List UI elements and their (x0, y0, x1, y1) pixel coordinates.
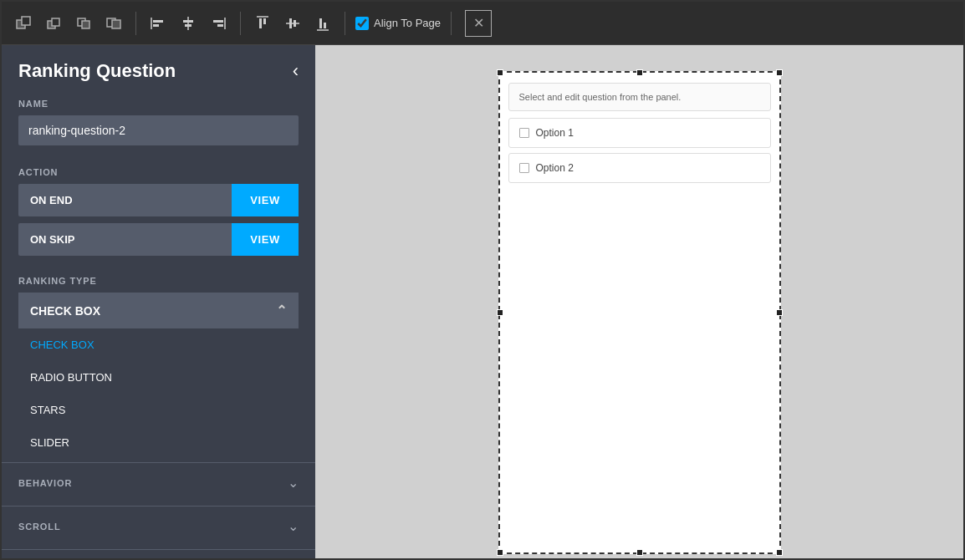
svg-rect-16 (217, 24, 223, 27)
action-on-end-label: ON END (18, 184, 232, 216)
align-center-h-icon[interactable] (176, 12, 200, 35)
handle-bottom-middle[interactable] (636, 549, 643, 556)
align-to-page-label: Align To Page (374, 17, 441, 29)
scroll-header[interactable]: SCROLL ⌄ (2, 507, 315, 546)
option-radio-button[interactable]: RADIO BUTTON (18, 361, 299, 394)
name-label: NAME (18, 99, 299, 109)
separator-2 (240, 12, 241, 35)
action-on-end-view-button[interactable]: VIEW (232, 184, 299, 216)
separator-3 (345, 12, 345, 35)
behavior-chevron-icon: ⌄ (288, 475, 299, 491)
sidebar-title: Ranking Question (18, 60, 176, 82)
layer-bring-front-icon[interactable] (12, 12, 35, 35)
style-section: STYLE ⌄ (2, 549, 315, 558)
align-left-icon[interactable] (146, 12, 170, 35)
svg-rect-7 (112, 20, 120, 28)
scroll-section: SCROLL ⌄ (2, 506, 315, 546)
svg-rect-12 (183, 20, 193, 23)
behavior-section: BEHAVIOR ⌄ (2, 462, 315, 502)
svg-rect-13 (185, 24, 191, 27)
layer-forward-icon[interactable] (42, 12, 65, 35)
close-icon: ✕ (473, 15, 484, 31)
name-section: NAME (2, 92, 315, 152)
svg-rect-1 (22, 17, 30, 25)
behavior-header[interactable]: BEHAVIOR ⌄ (2, 463, 315, 502)
svg-rect-15 (213, 20, 223, 23)
handle-top-middle[interactable] (636, 69, 643, 76)
option-1-checkbox[interactable] (519, 128, 529, 138)
svg-rect-19 (263, 18, 266, 24)
svg-rect-10 (153, 24, 159, 27)
option-stars[interactable]: STARS (18, 394, 299, 426)
option-1-row[interactable]: Option 1 (508, 118, 771, 148)
action-section: ACTION ON END VIEW ON SKIP VIEW (2, 160, 315, 269)
canvas-area: Select and edit question from the panel.… (315, 45, 963, 558)
action-label: ACTION (18, 167, 299, 177)
svg-rect-9 (153, 20, 163, 23)
handle-top-right[interactable] (776, 69, 783, 76)
ranking-type-options: CHECK BOX RADIO BUTTON STARS SLIDER (18, 328, 299, 459)
separator-1 (135, 12, 136, 35)
align-right-icon[interactable] (207, 12, 230, 35)
option-2-checkbox[interactable] (519, 163, 529, 173)
sidebar-header: Ranking Question ‹ (2, 45, 315, 92)
align-to-page-checkbox[interactable] (355, 17, 369, 30)
option-check-box[interactable]: CHECK BOX (18, 328, 299, 361)
svg-rect-18 (259, 18, 262, 28)
back-button[interactable]: ‹ (293, 60, 299, 82)
scroll-label: SCROLL (18, 522, 61, 532)
action-on-skip-row: ON SKIP VIEW (18, 223, 299, 256)
name-input[interactable] (18, 115, 299, 145)
align-middle-v-icon[interactable] (281, 12, 304, 35)
main-area: Ranking Question ‹ NAME ACTION ON END VI… (2, 45, 963, 558)
handle-bottom-right[interactable] (776, 549, 783, 556)
scroll-chevron-icon: ⌄ (288, 518, 299, 534)
handle-bottom-left[interactable] (497, 549, 503, 556)
option-2-label: Option 2 (536, 162, 574, 174)
handle-top-left[interactable] (497, 69, 503, 76)
sidebar: Ranking Question ‹ NAME ACTION ON END VI… (2, 45, 315, 558)
question-placeholder: Select and edit question from the panel. (508, 83, 771, 111)
action-on-end-row: ON END VIEW (18, 184, 299, 216)
ranking-type-dropdown[interactable]: CHECK BOX ⌃ (18, 293, 299, 328)
style-header[interactable]: STYLE ⌄ (2, 550, 315, 558)
option-1-label: Option 1 (536, 127, 574, 139)
svg-rect-24 (319, 18, 322, 28)
svg-rect-22 (294, 20, 296, 27)
svg-rect-3 (52, 18, 59, 26)
layer-send-back-icon[interactable] (102, 12, 125, 35)
option-slider[interactable]: SLIDER (18, 426, 299, 459)
action-on-skip-view-button[interactable]: VIEW (232, 223, 299, 256)
align-bottom-icon[interactable] (311, 12, 334, 35)
close-view-button[interactable]: ✕ (465, 10, 492, 37)
dropdown-arrow-icon: ⌃ (276, 303, 287, 318)
behavior-label: BEHAVIOR (18, 478, 72, 488)
separator-4 (451, 12, 452, 35)
canvas-frame: Select and edit question from the panel.… (498, 70, 782, 555)
ranking-type-label: RANKING TYPE (18, 276, 299, 286)
svg-rect-5 (82, 21, 89, 28)
handle-middle-right[interactable] (776, 309, 783, 316)
handle-middle-left[interactable] (497, 309, 503, 316)
toolbar: Align To Page ✕ (2, 2, 963, 45)
action-on-skip-label: ON SKIP (18, 223, 232, 256)
layer-backward-icon[interactable] (72, 12, 95, 35)
align-top-icon[interactable] (251, 12, 274, 35)
svg-rect-21 (289, 18, 292, 28)
dropdown-selected-value: CHECK BOX (30, 304, 100, 318)
ranking-type-section: RANKING TYPE CHECK BOX ⌃ (2, 269, 315, 328)
svg-rect-25 (324, 23, 326, 28)
align-to-page-control[interactable]: Align To Page (355, 17, 441, 30)
option-2-row[interactable]: Option 2 (508, 153, 771, 183)
